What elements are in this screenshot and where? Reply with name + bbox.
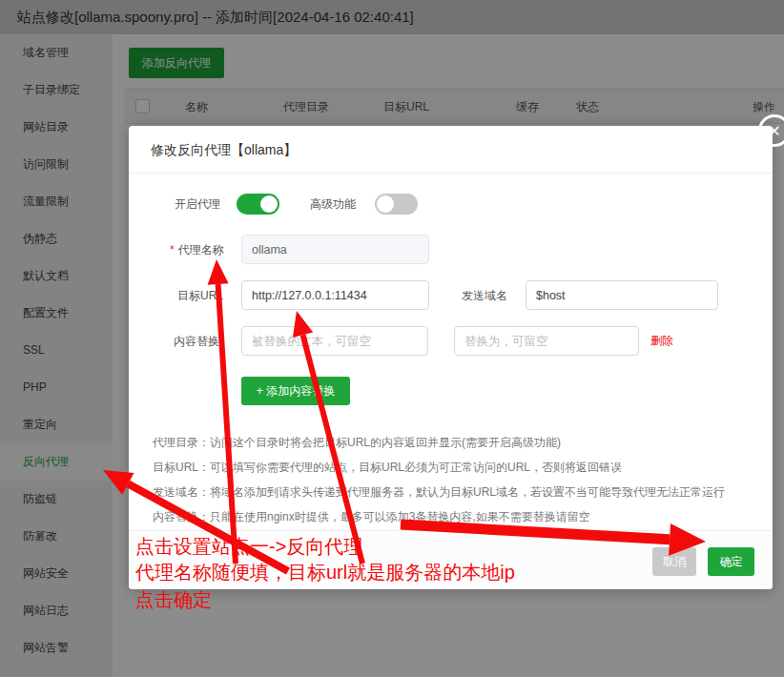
modal-title: 修改反向代理【ollama】 [129,126,773,174]
content-replace-label: 内容替换 [174,331,219,352]
send-domain-input[interactable] [526,280,718,310]
replace-from-input[interactable] [241,326,428,356]
plus-icon: + [257,384,263,398]
enable-proxy-label: 开启代理 [175,194,220,215]
enable-proxy-toggle[interactable] [237,194,279,215]
add-content-replace-button[interactable]: + 添加内容替换 [241,377,350,405]
delete-replace-link[interactable]: 删除 [650,326,673,356]
target-url-label: 目标URL [177,285,223,306]
replace-to-input[interactable] [454,326,639,356]
cancel-button[interactable]: 取消 [652,547,696,576]
advanced-label: 高级功能 [310,194,356,215]
help-line: 代理目录：访问这个目录时将会把目标URL的内容返回并显示(需要开启高级功能) [153,430,725,455]
advanced-toggle[interactable] [375,194,418,215]
proxy-name-label: *代理名称 [170,239,224,260]
toggle-knob [377,195,394,213]
modal-footer: 取消 确定 [129,530,773,589]
help-text: 代理目录：访问这个目录时将会把目标URL的内容返回并显示(需要开启高级功能) 目… [153,430,725,529]
required-asterisk: * [170,243,175,256]
toggle-knob [260,195,278,213]
confirm-button[interactable]: 确定 [708,547,754,576]
help-line: 内容替换：只能在使用nginx时提供，最多可以添加3条替换内容,如果不需要替换请… [153,504,725,529]
help-line: 目标URL：可以填写你需要代理的站点，目标URL必须为可正常访问的URL，否则将… [153,455,725,480]
close-icon[interactable]: ✕ [758,114,784,147]
edit-reverse-proxy-modal: 修改反向代理【ollama】 开启代理 高级功能 *代理名称 目标URL 发送域… [129,126,773,589]
proxy-name-input[interactable] [241,235,429,264]
help-line: 发送域名：将域名添加到请求头传递到代理服务器，默认为目标URL域名，若设置不当可… [153,480,725,504]
send-domain-label: 发送域名 [462,285,507,306]
target-url-input[interactable] [241,280,429,310]
